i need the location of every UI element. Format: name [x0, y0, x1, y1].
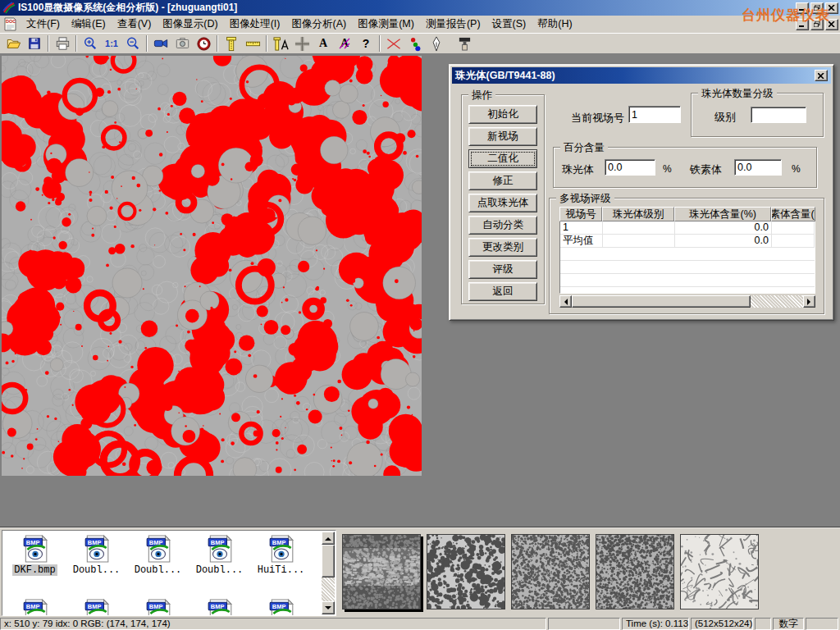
new-field-button[interactable]: 新视场 [468, 127, 537, 146]
current-field-input[interactable] [628, 106, 681, 123]
document-icon: DOC [3, 17, 17, 31]
mdi-close-button[interactable] [825, 19, 838, 30]
dialog-title: 珠光体(GB/T9441-88) [455, 69, 555, 83]
menu-image-analysis[interactable]: 图像分析(A) [285, 16, 352, 33]
app-logo-icon [2, 2, 16, 14]
minimize-button[interactable] [796, 2, 809, 14]
mdi-minimize-button[interactable] [796, 19, 809, 30]
pearlite-percent-input[interactable] [605, 159, 655, 176]
menu-help[interactable]: 帮助(H) [532, 16, 578, 33]
scroll-left-button[interactable] [559, 295, 572, 308]
grade-button[interactable]: 评级 [468, 260, 537, 279]
caliper-measure-button[interactable] [221, 34, 242, 52]
maximize-button[interactable] [810, 2, 824, 14]
help-button[interactable]: ? [355, 34, 377, 52]
bmp-file-icon: BMP [207, 535, 233, 563]
thumbnail-image[interactable] [342, 534, 421, 609]
text-tool-button[interactable]: A [313, 34, 334, 52]
minimize-icon [799, 5, 806, 11]
save-button[interactable] [24, 34, 45, 52]
zoom-in-button[interactable] [80, 34, 101, 52]
close-button[interactable] [825, 2, 838, 14]
menu-settings[interactable]: 设置(S) [486, 16, 532, 33]
table-row[interactable]: 平均值 0.0 [560, 235, 815, 248]
thumbnail-image[interactable] [427, 534, 505, 609]
scrollbar-thumb[interactable] [322, 545, 335, 578]
classify-points-button[interactable] [404, 34, 426, 52]
auto-classify-button[interactable]: 自动分类 [468, 216, 537, 235]
title-bar: IS100显微摄像系统(金相分析版) - [zhuguangti01] [0, 0, 840, 16]
video-capture-button[interactable] [150, 34, 171, 52]
binarize-button[interactable]: 二值化 [468, 149, 537, 168]
file-item[interactable]: BMP [250, 599, 312, 616]
menu-bar: DOC 文件(F) 编辑(E) 查看(V) 图像显示(D) 图像处理(I) 图像… [0, 16, 840, 33]
text-angle-tool-button[interactable]: A [334, 34, 355, 52]
menu-measure-report[interactable]: 测量报告(P) [420, 16, 486, 33]
thumbnail-image[interactable] [680, 534, 759, 609]
menu-image-measure[interactable]: 图像测量(M) [352, 16, 420, 33]
scrollbar-thumb[interactable] [572, 295, 751, 308]
file-list-scrollbar[interactable] [322, 532, 335, 614]
initialize-button[interactable]: 初始化 [468, 105, 537, 124]
left-arrow-icon [561, 299, 568, 305]
bmp-file-icon: BMP [22, 599, 48, 616]
file-item[interactable]: BMP Doubl... [189, 535, 250, 576]
micrograph-image[interactable] [2, 56, 422, 476]
brush-tool-button[interactable] [454, 34, 475, 52]
text-tool-icon: A [319, 37, 327, 50]
pen-tool-button[interactable] [426, 34, 447, 52]
timer-button[interactable] [193, 34, 214, 52]
zoom-out-button[interactable] [122, 34, 144, 52]
table-row[interactable]: 1 0.0 [560, 221, 815, 235]
file-item[interactable]: BMP [189, 599, 250, 616]
file-name: Doubl... [71, 564, 122, 576]
menu-image-process[interactable]: 图像处理(I) [224, 16, 286, 33]
measure-annotate-button[interactable] [270, 34, 291, 52]
menu-file[interactable]: 文件(F) [21, 16, 66, 33]
table-horizontal-scrollbar[interactable] [559, 295, 815, 308]
menu-edit[interactable]: 编辑(E) [66, 16, 112, 33]
pick-pearlite-button[interactable]: 点取珠光体 [468, 194, 537, 212]
bmp-file-icon: BMP [84, 599, 110, 616]
current-field-label: 当前视场号 [571, 111, 624, 126]
caliper-text-icon [273, 36, 289, 52]
file-item[interactable]: BMP [4, 599, 66, 616]
dialog-title-bar[interactable]: 珠光体(GB/T9441-88) [452, 67, 831, 84]
up-arrow-icon [325, 534, 331, 541]
cell [772, 221, 815, 235]
move-tool-button[interactable] [291, 34, 313, 52]
bmp-file-icon: BMP [145, 535, 171, 563]
snapshot-button[interactable] [171, 34, 193, 52]
print-button[interactable] [52, 34, 73, 52]
toolbar-separator [266, 35, 267, 52]
file-item[interactable]: BMP [66, 599, 127, 616]
file-item[interactable]: BMP DKF.bmp [4, 535, 66, 576]
file-item[interactable]: BMP [127, 599, 189, 616]
return-button[interactable]: 返回 [468, 282, 537, 301]
correct-button[interactable]: 修正 [468, 171, 537, 190]
ferrite-percent-input[interactable] [734, 159, 782, 176]
down-arrow-icon [325, 606, 331, 613]
dialog-close-button[interactable] [815, 70, 828, 81]
thumbnail-image[interactable] [511, 534, 590, 609]
cell: 0.0 [675, 235, 772, 248]
file-item[interactable]: BMP HuiTi... [250, 535, 312, 576]
zoom-1to1-button[interactable]: 1:1 [101, 34, 122, 52]
ruler-measure-button[interactable] [242, 34, 263, 52]
file-item[interactable]: BMP Doubl... [66, 535, 127, 576]
level-label: 级别 [714, 110, 736, 125]
multi-field-table: 视场号 珠光体级别 珠光体含量(%) 铁素体含量(%) 1 0.0 [559, 207, 815, 294]
scroll-down-button[interactable] [322, 601, 335, 614]
scroll-right-button[interactable] [803, 295, 815, 308]
menu-image-display[interactable]: 图像显示(D) [157, 16, 223, 33]
change-class-button[interactable]: 更改类别 [468, 238, 537, 257]
open-button[interactable] [2, 34, 24, 52]
level-input[interactable] [751, 107, 806, 123]
mdi-restore-button[interactable] [810, 19, 824, 30]
curve-tool-button[interactable] [383, 34, 404, 52]
menu-view[interactable]: 查看(V) [112, 16, 158, 33]
thumbnail-image[interactable] [596, 534, 674, 609]
file-item[interactable]: BMP Doubl... [127, 535, 189, 576]
help-icon: ? [363, 37, 370, 50]
scroll-up-button[interactable] [322, 532, 335, 545]
